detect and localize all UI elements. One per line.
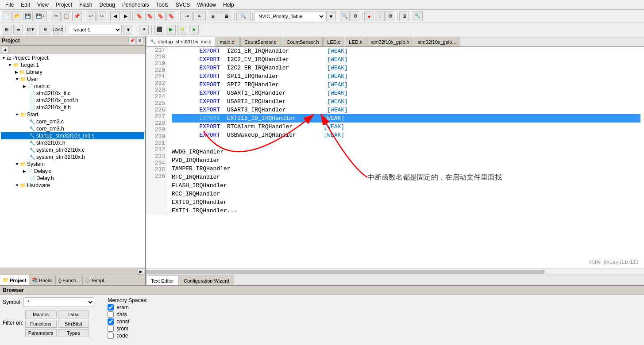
menu-svcs[interactable]: SVCS [172, 1, 194, 9]
proj-tab-templates[interactable]: ◌ Templ... [83, 275, 111, 285]
menu-file[interactable]: File [2, 1, 17, 9]
mem-check-code[interactable] [108, 333, 114, 339]
tab-startup[interactable]: 🔧 startup_stm32f10x_md.s [146, 37, 215, 46]
arrow-delayc[interactable]: ▶ [23, 169, 26, 173]
symbol-combo[interactable]: * [23, 297, 94, 307]
tree-item-startup[interactable]: 🔧 startup_stm32f10x_md.s [1, 132, 144, 139]
mem-check-srom[interactable] [108, 326, 114, 332]
tb2-btn2[interactable]: ☰ [13, 25, 23, 34]
scrollbar-thumb-h[interactable] [146, 270, 544, 274]
arrow-start[interactable]: ▼ [15, 112, 19, 117]
tb-combo-down[interactable]: ▼ [326, 12, 336, 21]
tab-countsensor-h[interactable]: CountSensor.h [283, 37, 323, 46]
menu-peripherals[interactable]: Peripherals [119, 1, 153, 9]
tb-outdent[interactable]: ⇤ [193, 12, 206, 21]
function-combo[interactable]: NVIC_Priority_Table [255, 12, 325, 21]
tb-redo[interactable]: ↪ [96, 12, 106, 21]
tb2-target-drop[interactable]: ▼ [123, 25, 133, 34]
proj-tab-functions[interactable]: {} Functi... [56, 275, 83, 285]
tree-item-root[interactable]: ▼ 🗂 Project: Project [1, 54, 144, 61]
filter-functions[interactable]: Functions [25, 320, 57, 328]
tb-search[interactable]: 🔍 [236, 12, 251, 21]
tb-bookmark[interactable]: 🔖 [135, 12, 144, 21]
tab-gpio-h[interactable]: stm32f10x_gpio.h [367, 37, 413, 46]
tb2-magic[interactable]: ✦ [139, 25, 149, 34]
tb-extra2[interactable]: ⚙ [351, 12, 360, 21]
tb-extra1[interactable]: 🔍 [340, 12, 350, 21]
tb2-flash2[interactable]: ▶ [166, 25, 176, 34]
proj-tab-project[interactable]: 📁 Project [0, 275, 29, 285]
tb-indent2[interactable]: ≡ [207, 12, 219, 21]
arrow-system[interactable]: ▼ [15, 162, 19, 166]
tb2-load[interactable]: LOAD [53, 25, 63, 34]
tree-item-delayh[interactable]: 📄 Delay.h [1, 175, 144, 182]
menu-edit[interactable]: Edit [17, 1, 34, 9]
menu-project[interactable]: Project [52, 1, 76, 9]
tb-bookmark3[interactable]: 🔖 [156, 12, 166, 21]
tree-item-stm32it-c[interactable]: 📄 stm32f10x_it.c [1, 90, 144, 97]
filter-sfr[interactable]: Sfr(Bits) [58, 320, 89, 328]
tb2-flash3[interactable]: ⚙ [177, 25, 187, 34]
code-scrollbar-h[interactable] [146, 268, 644, 275]
tb-open[interactable]: 📂 [12, 12, 22, 21]
tb-save[interactable]: 💾 [23, 12, 33, 21]
tree-item-systemh[interactable]: 🔧 system_stm32f10x.h [1, 153, 144, 161]
tab-gpio-more[interactable]: stm32f10x_gpio... [414, 37, 460, 46]
tree-item-corecm3h[interactable]: 🔧 core_cm3.h [1, 125, 144, 132]
arrow-user[interactable]: ▼ [15, 77, 19, 81]
tab-ledh[interactable]: LED.h [345, 37, 366, 46]
tree-scroll-right[interactable]: ▶ [137, 268, 144, 275]
tb-debug[interactable]: ⚙ [386, 12, 395, 21]
tree-item-mainc[interactable]: ▶ 📄 main.c [1, 83, 144, 90]
tb-undo[interactable]: ↩ [86, 12, 96, 21]
proj-tab-books[interactable]: 📚 Books [29, 275, 56, 285]
tree-item-system[interactable]: ▼ 📁 System [1, 161, 144, 168]
tree-item-corecm3c[interactable]: 🔧 core_cm3.c [1, 118, 144, 125]
menu-debug[interactable]: Debug [96, 1, 119, 9]
menu-flash[interactable]: Flash [76, 1, 96, 9]
tb-paste[interactable]: 📌 [72, 12, 82, 21]
tb-grid[interactable]: ⊞ [399, 12, 409, 21]
project-pin[interactable]: 📌 [128, 37, 135, 44]
menu-tools[interactable]: Tools [153, 1, 172, 9]
menu-view[interactable]: View [34, 1, 52, 9]
tree-item-hardware[interactable]: ▼ 📁 Hardware [1, 182, 144, 189]
filter-macros[interactable]: Macros [25, 310, 57, 318]
arrow-target1[interactable]: ▼ [8, 63, 12, 67]
tb-new[interactable]: 📄 [2, 12, 12, 21]
tb-nav-back[interactable]: ◀ [110, 12, 120, 21]
filter-types[interactable]: Types [58, 329, 89, 337]
target-combo[interactable]: Target 1 [69, 25, 122, 34]
mem-check-const[interactable] [108, 318, 114, 325]
tb-outline[interactable]: ≣ [220, 12, 232, 21]
tb-cut[interactable]: ✂ [51, 12, 61, 21]
tb2-flash1[interactable]: ⬛ [154, 25, 164, 34]
tb2-btn1[interactable]: ⊞ [2, 25, 12, 34]
tb2-btn3[interactable]: ⊡▼ [25, 25, 37, 34]
tab-countsensor-c[interactable]: CountSensor.c * [240, 37, 282, 46]
tree-scroll-up[interactable]: ▲ [2, 46, 9, 53]
tree-item-target1[interactable]: ▼ 📁 Target 1 [1, 61, 144, 69]
tree-item-stm32it-h[interactable]: 📄 stm32f10x_it.h [1, 104, 144, 111]
tree-item-user[interactable]: ▼ 📁 User [1, 76, 144, 83]
tab-mainc[interactable]: main.c * [216, 37, 240, 46]
code-editor[interactable]: 217 218 219 220 221 222 223 224 225 226 … [146, 47, 644, 268]
tb-indent[interactable]: ⇥ [180, 12, 193, 21]
tb-wrench[interactable]: 🔧 [413, 12, 423, 21]
arrow-mainc[interactable]: ▶ [23, 84, 26, 88]
tb-copy[interactable]: 📋 [62, 12, 71, 21]
filter-parameters[interactable]: Parameters [25, 329, 57, 337]
tree-item-stm32conf[interactable]: 📄 stm32f10x_conf.h [1, 97, 144, 104]
filter-data[interactable]: Data [58, 310, 89, 318]
menu-help[interactable]: Help [220, 1, 238, 9]
tab-text-editor[interactable]: Text Editor [146, 276, 179, 285]
tree-item-systemc[interactable]: 🔧 system_stm32f10x.c [1, 146, 144, 153]
project-close[interactable]: ✕ [136, 37, 143, 44]
tree-item-library[interactable]: ▶ 📁 Library [1, 69, 144, 76]
tab-ledc[interactable]: LED.c [323, 37, 344, 46]
tree-item-start[interactable]: ▼ 📁 Start [1, 111, 144, 118]
mem-check-eram[interactable] [108, 304, 114, 310]
tab-config-wizard[interactable]: Configuration Wizard [179, 276, 234, 285]
arrow-hardware[interactable]: ▼ [15, 183, 19, 188]
tb2-btn4[interactable]: ≋ [39, 25, 51, 34]
